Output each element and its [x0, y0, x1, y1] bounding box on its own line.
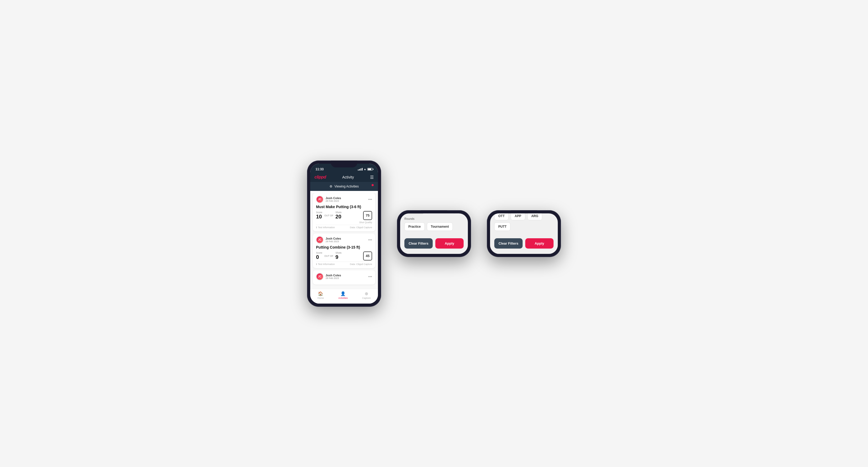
screen-1: 11:33 ▲ clippd Activity [310, 164, 378, 304]
tournament-button-2[interactable]: Tournament [427, 222, 453, 231]
more-dots-2[interactable]: ••• [368, 238, 372, 242]
phones-container: 11:33 ▲ clippd Activity [307, 160, 561, 307]
user-date-3: 28 Feb 2023 [326, 277, 341, 280]
bottom-nav: 🏠 Home 👤 Activities ⊕ Capture [310, 289, 378, 304]
practice-drills-button-2[interactable]: Practice Drills [426, 213, 456, 214]
nav-title: Activity [342, 175, 354, 179]
logo: clippd [314, 175, 326, 180]
filter-sheet-2: Filter ✕ Show Rounds Practice Drills Rou… [400, 213, 468, 254]
shots-value-1: 20 [335, 214, 341, 219]
practice-round-button-2[interactable]: Practice [404, 222, 425, 231]
activity-title-2: Putting Combine (3-15 ft) [316, 245, 372, 249]
user-date-1: 28 Feb 2023 [326, 200, 341, 202]
user-name-1: Josh Coles [326, 196, 341, 200]
clear-filters-button-3[interactable]: Clear Filters [494, 238, 523, 249]
menu-icon[interactable]: ☰ [370, 175, 374, 180]
phone-2: 11:33 ▲ clippd Activity ☰ [397, 210, 471, 257]
apply-button-2[interactable]: Apply [435, 238, 464, 249]
activities-icon: 👤 [340, 291, 346, 296]
ott-button-3[interactable]: OTT [494, 213, 508, 220]
shots-label-1: Shots [335, 211, 341, 214]
red-dot [372, 184, 374, 186]
nav-activities-label: Activities [338, 297, 348, 299]
score-value-2: 0 [316, 254, 319, 260]
user-name-3: Josh Coles [326, 274, 341, 277]
clear-filters-button-2[interactable]: Clear Filters [404, 238, 433, 249]
phone-1: 11:33 ▲ clippd Activity [307, 160, 381, 307]
show-buttons-2: Rounds Practice Drills [404, 213, 464, 214]
putt-button-3[interactable]: PUTT [494, 222, 510, 231]
arg-button-3[interactable]: ARG [527, 213, 542, 220]
shot-quality-value-1: 75 [366, 213, 369, 217]
user-info-1: JC Josh Coles 28 Feb 2023 [316, 196, 341, 203]
rounds-label-2: Rounds [404, 217, 464, 220]
viewing-activities-bar[interactable]: ⚙ Viewing Activities [310, 182, 378, 191]
avatar-2: JC [316, 236, 323, 244]
home-icon: 🏠 [318, 291, 323, 296]
notch [331, 160, 357, 167]
phone-3: 11:33 ▲ clippd Activity ☰ [487, 210, 561, 257]
filter-sheet-3: Filter ✕ Show Rounds Practice Drills Pra… [490, 213, 558, 254]
card-header-3: JC Josh Coles 28 Feb 2023 ••• [316, 273, 372, 280]
shot-quality-badge-2: 45 [363, 251, 372, 260]
filter-actions-3: Clear Filters Apply [490, 234, 558, 249]
status-icons: ▲ [358, 168, 373, 170]
screen-content: JC Josh Coles 28 Feb 2023 ••• Must Make … [310, 193, 378, 289]
nav-home-label: Home [317, 297, 324, 299]
app-button-3[interactable]: APP [511, 213, 525, 220]
apply-button-3[interactable]: Apply [525, 238, 554, 249]
avatar-1: JC [316, 196, 323, 203]
shot-quality-value-2: 45 [366, 254, 369, 258]
drills-buttons-3: OTT APP ARG PUTT [494, 213, 554, 231]
wifi-icon: ▲ [364, 168, 366, 170]
filter-overlay-2: Filter ✕ Show Rounds Practice Drills Rou… [400, 213, 468, 254]
card-header-1: JC Josh Coles 28 Feb 2023 ••• [316, 196, 372, 203]
rounds-buttons-2: Practice Tournament [404, 222, 464, 231]
data-source-2: Data: Clippd Capture [350, 263, 372, 266]
card-footer-1: ℹ Test Information Data: Clippd Capture [316, 225, 372, 229]
shot-quality-badge-1: 75 [363, 211, 372, 220]
data-source-1: Data: Clippd Capture [350, 226, 372, 229]
nav-activities[interactable]: 👤 Activities [338, 291, 348, 299]
rounds-section-2: Rounds Practice Tournament [400, 217, 468, 234]
score-value-1: 10 [316, 214, 322, 219]
activity-card-3: JC Josh Coles 28 Feb 2023 ••• [313, 270, 375, 284]
stats-row-2: Score 0 OUT OF Shots 9 45 [316, 251, 372, 260]
activity-card-1: JC Josh Coles 28 Feb 2023 ••• Must Make … [313, 193, 375, 231]
test-info-1: ℹ Test Information [316, 226, 335, 229]
rounds-button-2[interactable]: Rounds [404, 213, 424, 214]
user-date-2: 28 Feb 2023 [326, 240, 341, 243]
more-dots-1[interactable]: ••• [368, 197, 372, 201]
activity-card-2: JC Josh Coles 28 Feb 2023 ••• Putting Co… [313, 234, 375, 268]
test-info-2: ℹ Test Information [316, 263, 335, 266]
shot-quality-label-1: Shot Quality [316, 221, 372, 224]
shots-value-2: 9 [335, 254, 338, 260]
drills-section-3: Practice Drills OTT APP ARG PUTT [490, 213, 558, 234]
out-of-2: OUT OF [324, 255, 334, 257]
capture-icon: ⊕ [365, 291, 368, 296]
user-info-2: JC Josh Coles 28 Feb 2023 [316, 236, 341, 244]
card-header-2: JC Josh Coles 28 Feb 2023 ••• [316, 236, 372, 244]
out-of-1: OUT OF [324, 214, 334, 217]
shots-label-2: Shots [335, 251, 341, 254]
filter-actions-2: Clear Filters Apply [400, 234, 468, 249]
stats-row-1: Score 10 OUT OF Shots 20 75 [316, 211, 372, 220]
nav-capture[interactable]: ⊕ Capture [362, 291, 371, 299]
more-dots-3[interactable]: ••• [368, 275, 372, 279]
card-footer-2: ℹ Test Information Data: Clippd Capture [316, 261, 372, 266]
nav-header: clippd Activity ☰ [310, 173, 378, 182]
user-name-2: Josh Coles [326, 237, 341, 240]
show-section-2: Show Rounds Practice Drills [400, 213, 468, 217]
activity-title-1: Must Make Putting (3-6 ft) [316, 205, 372, 209]
battery-icon [367, 168, 373, 170]
screen-3: 11:33 ▲ clippd Activity ☰ [490, 213, 558, 254]
nav-capture-label: Capture [362, 297, 371, 299]
score-label-1: Score [316, 211, 322, 214]
signal-icon [358, 168, 363, 170]
time: 11:33 [315, 167, 324, 171]
nav-home[interactable]: 🏠 Home [317, 291, 324, 299]
filter-icon: ⚙ [330, 185, 333, 188]
screen-2: 11:33 ▲ clippd Activity ☰ [400, 213, 468, 254]
filter-overlay-3: Filter ✕ Show Rounds Practice Drills Pra… [490, 213, 558, 254]
score-label-2: Score [316, 251, 322, 254]
